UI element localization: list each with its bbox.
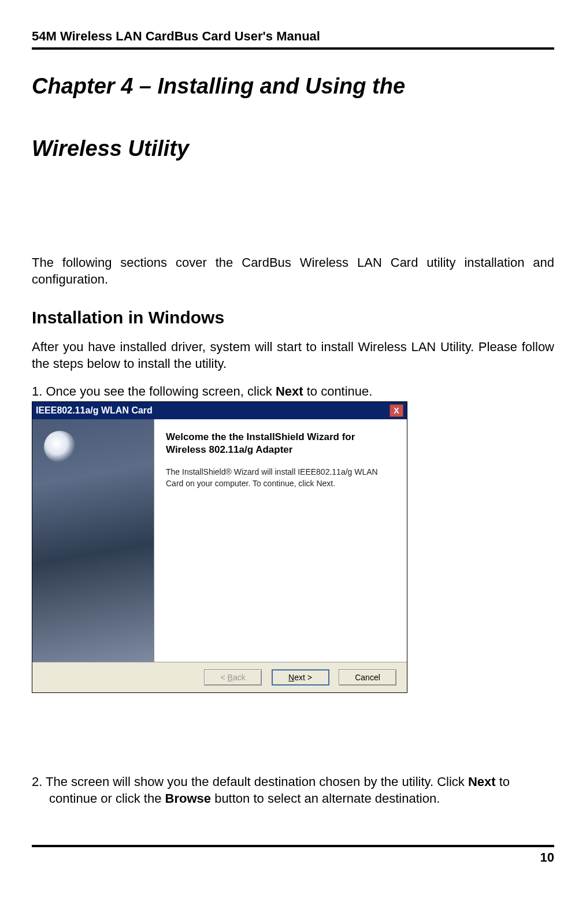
step1-suffix: to continue. <box>303 384 373 398</box>
section-intro: After you have installed driver, system … <box>32 339 554 372</box>
cancel-button[interactable]: Cancel <box>339 669 396 685</box>
step2-suffix: button to select an alternate destinatio… <box>211 791 440 806</box>
back-rest: ack <box>233 673 246 682</box>
page-footer: 10 <box>32 845 554 865</box>
chapter-title-line1: Chapter 4 – Installing and Using the <box>32 73 554 100</box>
next-button[interactable]: Next > <box>272 669 329 685</box>
step1-bold: Next <box>276 384 303 398</box>
dialog-heading: Welcome the the InstallShield Wizard for… <box>166 431 395 456</box>
sidebar-glow-icon <box>44 431 76 463</box>
chapter-title: Chapter 4 – Installing and Using the Wir… <box>32 73 554 162</box>
dialog-content: Welcome the the InstallShield Wizard for… <box>154 419 407 662</box>
dialog-body-text: The InstallShield® Wizard will install I… <box>166 467 395 489</box>
header-rule <box>32 47 554 50</box>
dialog-button-row: < Back Next > Cancel <box>32 662 407 692</box>
dialog-title: IEEE802.11a/g WLAN Card <box>36 405 153 416</box>
page-number: 10 <box>32 850 554 865</box>
next-underline: N <box>288 673 294 682</box>
next-rest: ext > <box>294 673 312 682</box>
back-lt: < <box>220 673 227 682</box>
step1-prefix: 1. Once you see the following screen, cl… <box>32 384 276 398</box>
footer-rule <box>32 845 554 847</box>
back-button: < Back <box>204 669 262 685</box>
back-underline: B <box>228 673 233 682</box>
dialog-body: Welcome the the InstallShield Wizard for… <box>32 419 407 662</box>
dialog-titlebar: IEEE802.11a/g WLAN Card X <box>32 402 407 419</box>
step2-prefix: 2. The screen will show you the default … <box>32 774 468 789</box>
step-1: 1. Once you see the following screen, cl… <box>32 383 554 400</box>
section-title: Installation in Windows <box>32 308 554 327</box>
step2-bold1: Next <box>468 774 496 789</box>
close-icon[interactable]: X <box>390 404 403 417</box>
step-2: 2. The screen will show you the default … <box>32 774 554 807</box>
step2-bold2: Browse <box>165 791 211 806</box>
installshield-dialog: IEEE802.11a/g WLAN Card X Welcome the th… <box>32 401 407 693</box>
dialog-sidebar-image <box>32 419 154 662</box>
document-header: 54M Wireless LAN CardBus Card User's Man… <box>32 29 554 47</box>
intro-paragraph: The following sections cover the CardBus… <box>32 255 554 288</box>
chapter-title-line2: Wireless Utility <box>32 135 554 163</box>
